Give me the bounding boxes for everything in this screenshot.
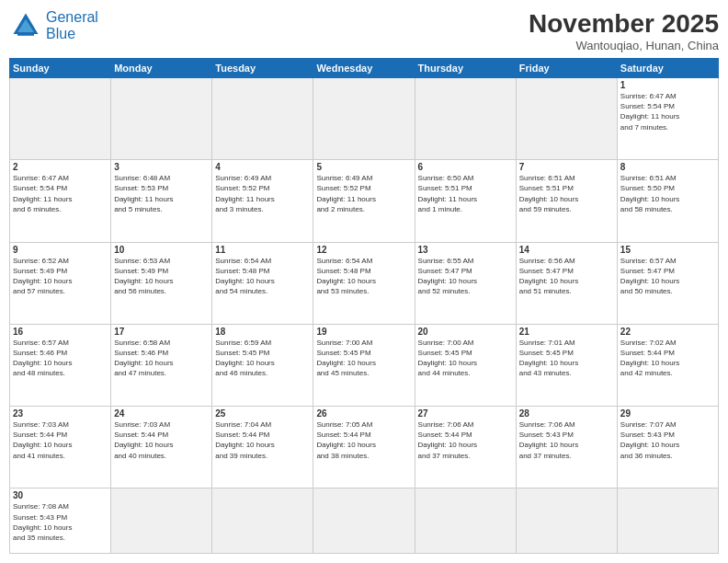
day-number: 25: [215, 408, 310, 419]
header-day-tuesday: Tuesday: [212, 59, 313, 78]
day-number: 16: [13, 327, 108, 337]
calendar-cell: [313, 78, 415, 160]
calendar-cell: [516, 488, 617, 554]
calendar-cell: 5Sunrise: 6:49 AM Sunset: 5:52 PM Daylig…: [313, 160, 415, 242]
location-subtitle: Wantouqiao, Hunan, China: [529, 39, 719, 52]
calendar-week-5: 30Sunrise: 7:08 AM Sunset: 5:43 PM Dayli…: [10, 488, 719, 554]
calendar-week-4: 23Sunrise: 7:03 AM Sunset: 5:44 PM Dayli…: [10, 407, 719, 488]
logo-general: General: [46, 9, 98, 25]
day-info: Sunrise: 7:07 AM Sunset: 5:43 PM Dayligh…: [620, 419, 715, 461]
calendar-cell: [617, 488, 718, 554]
header-day-friday: Friday: [516, 59, 617, 78]
day-number: 13: [418, 245, 513, 255]
day-info: Sunrise: 7:03 AM Sunset: 5:44 PM Dayligh…: [13, 419, 108, 461]
day-info: Sunrise: 6:56 AM Sunset: 5:47 PM Dayligh…: [519, 256, 614, 297]
calendar-cell: 24Sunrise: 7:03 AM Sunset: 5:44 PM Dayli…: [111, 407, 212, 488]
day-number: 14: [519, 245, 614, 255]
day-number: 23: [13, 408, 108, 419]
calendar-cell: [10, 78, 111, 160]
day-number: 29: [620, 408, 715, 419]
day-number: 7: [519, 162, 614, 172]
calendar-cell: 29Sunrise: 7:07 AM Sunset: 5:43 PM Dayli…: [617, 407, 718, 488]
day-number: 8: [620, 162, 715, 172]
logo-text: General Blue: [46, 9, 98, 41]
svg-rect-2: [17, 32, 34, 36]
day-info: Sunrise: 7:06 AM Sunset: 5:43 PM Dayligh…: [519, 419, 614, 461]
calendar-week-0: 1Sunrise: 6:47 AM Sunset: 5:54 PM Daylig…: [10, 78, 719, 160]
day-info: Sunrise: 7:03 AM Sunset: 5:44 PM Dayligh…: [114, 419, 209, 461]
calendar-cell: 26Sunrise: 7:05 AM Sunset: 5:44 PM Dayli…: [313, 407, 415, 488]
day-number: 17: [114, 327, 209, 337]
day-number: 24: [114, 408, 209, 419]
day-info: Sunrise: 7:01 AM Sunset: 5:45 PM Dayligh…: [519, 338, 614, 379]
day-number: 28: [519, 408, 614, 419]
header-day-thursday: Thursday: [415, 59, 516, 78]
calendar-cell: 15Sunrise: 6:57 AM Sunset: 5:47 PM Dayli…: [617, 242, 718, 324]
calendar-header: SundayMondayTuesdayWednesdayThursdayFrid…: [10, 59, 719, 78]
calendar-cell: 20Sunrise: 7:00 AM Sunset: 5:45 PM Dayli…: [415, 324, 516, 406]
day-info: Sunrise: 6:58 AM Sunset: 5:46 PM Dayligh…: [114, 338, 209, 379]
calendar-cell: 2Sunrise: 6:47 AM Sunset: 5:54 PM Daylig…: [10, 160, 111, 242]
day-info: Sunrise: 6:48 AM Sunset: 5:53 PM Dayligh…: [114, 173, 209, 214]
calendar-cell: 4Sunrise: 6:49 AM Sunset: 5:52 PM Daylig…: [212, 160, 313, 242]
day-number: 5: [316, 162, 411, 172]
header-row: SundayMondayTuesdayWednesdayThursdayFrid…: [10, 59, 719, 78]
calendar-cell: 17Sunrise: 6:58 AM Sunset: 5:46 PM Dayli…: [111, 324, 212, 406]
calendar-cell: [313, 488, 415, 554]
day-number: 30: [13, 490, 108, 500]
day-info: Sunrise: 6:57 AM Sunset: 5:46 PM Dayligh…: [13, 338, 108, 379]
day-number: 19: [316, 327, 411, 337]
day-number: 26: [316, 408, 411, 419]
calendar-cell: 7Sunrise: 6:51 AM Sunset: 5:51 PM Daylig…: [516, 160, 617, 242]
calendar-cell: 27Sunrise: 7:06 AM Sunset: 5:44 PM Dayli…: [415, 407, 516, 488]
month-title: November 2025: [529, 9, 719, 39]
calendar-cell: [415, 78, 516, 160]
day-info: Sunrise: 7:00 AM Sunset: 5:45 PM Dayligh…: [316, 338, 411, 379]
calendar-cell: 6Sunrise: 6:50 AM Sunset: 5:51 PM Daylig…: [415, 160, 516, 242]
calendar-cell: 1Sunrise: 6:47 AM Sunset: 5:54 PM Daylig…: [617, 78, 718, 160]
calendar-cell: [212, 78, 313, 160]
day-number: 20: [418, 327, 513, 337]
header: General Blue November 2025 Wantouqiao, H…: [9, 9, 719, 52]
day-info: Sunrise: 7:04 AM Sunset: 5:44 PM Dayligh…: [215, 419, 310, 461]
day-number: 12: [316, 245, 411, 255]
day-info: Sunrise: 6:59 AM Sunset: 5:45 PM Dayligh…: [215, 338, 310, 379]
header-day-monday: Monday: [111, 59, 212, 78]
calendar-cell: [111, 78, 212, 160]
day-info: Sunrise: 6:49 AM Sunset: 5:52 PM Dayligh…: [215, 173, 310, 214]
calendar-cell: 13Sunrise: 6:55 AM Sunset: 5:47 PM Dayli…: [415, 242, 516, 324]
day-number: 3: [114, 162, 209, 172]
day-info: Sunrise: 6:47 AM Sunset: 5:54 PM Dayligh…: [13, 173, 108, 214]
header-day-sunday: Sunday: [10, 59, 111, 78]
day-info: Sunrise: 6:57 AM Sunset: 5:47 PM Dayligh…: [620, 256, 715, 297]
day-number: 2: [13, 162, 108, 172]
header-day-saturday: Saturday: [617, 59, 718, 78]
day-number: 27: [418, 408, 513, 419]
calendar-cell: [111, 488, 212, 554]
day-number: 10: [114, 245, 209, 255]
day-number: 11: [215, 245, 310, 255]
day-number: 9: [13, 245, 108, 255]
logo-blue: Blue: [46, 26, 75, 41]
calendar-cell: 21Sunrise: 7:01 AM Sunset: 5:45 PM Dayli…: [516, 324, 617, 406]
day-info: Sunrise: 6:55 AM Sunset: 5:47 PM Dayligh…: [418, 256, 513, 297]
calendar-cell: 12Sunrise: 6:54 AM Sunset: 5:48 PM Dayli…: [313, 242, 415, 324]
calendar-cell: [415, 488, 516, 554]
day-number: 22: [620, 327, 715, 337]
calendar-cell: 3Sunrise: 6:48 AM Sunset: 5:53 PM Daylig…: [111, 160, 212, 242]
day-number: 1: [620, 80, 715, 90]
title-block: November 2025 Wantouqiao, Hunan, China: [529, 9, 719, 52]
calendar-body: 1Sunrise: 6:47 AM Sunset: 5:54 PM Daylig…: [10, 78, 719, 554]
calendar-week-1: 2Sunrise: 6:47 AM Sunset: 5:54 PM Daylig…: [10, 160, 719, 242]
day-info: Sunrise: 7:06 AM Sunset: 5:44 PM Dayligh…: [418, 419, 513, 461]
day-info: Sunrise: 6:54 AM Sunset: 5:48 PM Dayligh…: [215, 256, 310, 297]
page: General Blue November 2025 Wantouqiao, H…: [0, 0, 728, 563]
day-info: Sunrise: 6:49 AM Sunset: 5:52 PM Dayligh…: [316, 173, 411, 214]
calendar-table: SundayMondayTuesdayWednesdayThursdayFrid…: [9, 58, 719, 554]
calendar-cell: 9Sunrise: 6:52 AM Sunset: 5:49 PM Daylig…: [10, 242, 111, 324]
day-number: 6: [418, 162, 513, 172]
calendar-cell: 11Sunrise: 6:54 AM Sunset: 5:48 PM Dayli…: [212, 242, 313, 324]
day-number: 21: [519, 327, 614, 337]
day-info: Sunrise: 6:47 AM Sunset: 5:54 PM Dayligh…: [620, 91, 715, 132]
day-info: Sunrise: 6:51 AM Sunset: 5:50 PM Dayligh…: [620, 173, 715, 214]
